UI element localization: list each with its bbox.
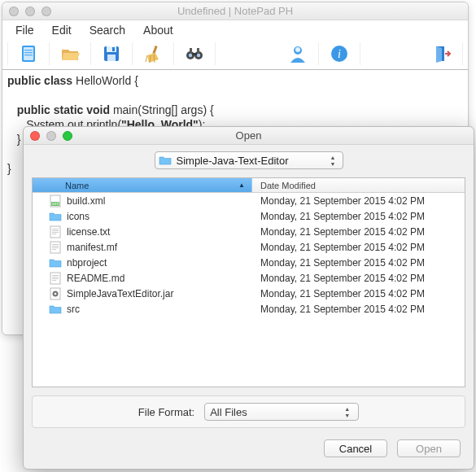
svg-rect-28 xyxy=(52,232,59,233)
svg-rect-32 xyxy=(52,246,59,247)
svg-rect-39 xyxy=(52,280,56,281)
exit-button[interactable] xyxy=(428,42,456,66)
open-file-button[interactable] xyxy=(56,42,84,66)
toolbar-separator xyxy=(360,42,360,65)
close-window-button[interactable] xyxy=(9,7,19,16)
file-name: README.md xyxy=(67,273,124,284)
column-header-name[interactable]: Name ▲ xyxy=(33,178,252,192)
svg-point-18 xyxy=(295,47,300,52)
file-icon xyxy=(49,225,62,238)
svg-rect-27 xyxy=(52,230,59,231)
file-list-header: Name ▲ Date Modified xyxy=(33,178,465,193)
column-header-name-label: Name xyxy=(65,181,89,190)
svg-rect-38 xyxy=(52,278,59,279)
svg-rect-6 xyxy=(107,46,116,52)
file-row[interactable]: iconsMonday, 21 September 2015 4:02 PM xyxy=(33,208,465,224)
svg-rect-9 xyxy=(152,46,157,54)
svg-rect-8 xyxy=(112,47,115,51)
file-date: Monday, 21 September 2015 4:02 PM xyxy=(252,226,465,238)
open-button[interactable]: Open xyxy=(397,439,461,457)
open-folder-icon xyxy=(59,43,81,64)
main-titlebar: Undefined | NotePad PH xyxy=(2,2,468,20)
svg-rect-37 xyxy=(52,277,59,278)
code-line: public static void main(String[] args) { xyxy=(7,103,463,117)
svg-point-13 xyxy=(197,54,200,57)
menu-edit[interactable]: Edit xyxy=(44,22,80,38)
user-button[interactable] xyxy=(284,42,312,66)
file-list[interactable]: xmlbuild.xmlMonday, 21 September 2015 4:… xyxy=(33,193,465,387)
open-button-label: Open xyxy=(416,443,442,455)
column-header-date[interactable]: Date Modified xyxy=(252,178,465,192)
file-row[interactable]: manifest.mfMonday, 21 September 2015 4:0… xyxy=(33,239,465,255)
file-name: icons xyxy=(67,211,90,222)
location-select[interactable]: Simple-Java-Text-Editor ▲▼ xyxy=(155,151,343,169)
file-row[interactable]: README.mdMonday, 21 September 2015 4:02 … xyxy=(33,270,465,286)
svg-point-12 xyxy=(189,54,192,57)
clear-button[interactable] xyxy=(139,42,167,66)
menu-search[interactable]: Search xyxy=(81,22,133,38)
svg-text:xml: xml xyxy=(52,201,59,206)
folder-icon xyxy=(49,256,62,269)
window-title: Undefined | NotePad PH xyxy=(2,5,468,17)
svg-rect-34 xyxy=(52,249,56,250)
zoom-window-button[interactable] xyxy=(41,7,51,16)
find-button[interactable] xyxy=(181,42,208,66)
info-icon: i xyxy=(329,43,350,64)
menu-file[interactable]: File xyxy=(7,22,42,38)
svg-rect-14 xyxy=(190,48,192,53)
file-row[interactable]: nbprojectMonday, 21 September 2015 4:02 … xyxy=(33,255,465,270)
new-file-button[interactable] xyxy=(15,42,42,66)
svg-text:i: i xyxy=(338,48,341,60)
dialog-bottom: File Format: All Files ▲▼ Cancel Open xyxy=(24,387,474,469)
file-row[interactable]: srcMonday, 21 September 2015 4:02 PM xyxy=(33,301,465,317)
file-format-select[interactable]: All Files ▲▼ xyxy=(204,403,359,421)
toolbar-separator xyxy=(462,42,463,65)
svg-rect-29 xyxy=(52,234,56,234)
user-icon xyxy=(287,43,308,64)
file-icon xyxy=(49,287,62,300)
dialog-titlebar: Open xyxy=(24,127,474,145)
file-date: Monday, 21 September 2015 4:02 PM xyxy=(252,288,465,299)
menu-about[interactable]: About xyxy=(135,22,181,38)
binoculars-icon xyxy=(184,43,205,64)
file-row[interactable]: license.txtMonday, 21 September 2015 4:0… xyxy=(33,224,465,239)
exit-door-icon xyxy=(431,43,452,64)
toolbar-separator xyxy=(173,42,174,65)
file-date: Monday, 21 September 2015 4:02 PM xyxy=(252,257,465,269)
file-icon: xml xyxy=(49,194,62,208)
file-name: src xyxy=(67,304,80,315)
stepper-icon: ▲▼ xyxy=(341,406,353,418)
file-name: manifest.mf xyxy=(67,242,117,253)
new-file-icon xyxy=(18,43,39,64)
file-date: Monday, 21 September 2015 4:02 PM xyxy=(252,304,465,315)
toolbar-separator xyxy=(132,42,133,65)
svg-point-42 xyxy=(55,292,57,295)
file-format-box: File Format: All Files ▲▼ xyxy=(32,396,465,428)
cancel-button[interactable]: Cancel xyxy=(324,439,387,457)
toolbar: i xyxy=(2,40,468,70)
dialog-buttons: Cancel Open xyxy=(32,439,465,465)
svg-rect-26 xyxy=(52,229,59,229)
svg-rect-33 xyxy=(52,247,59,248)
svg-rect-15 xyxy=(197,48,199,53)
save-button[interactable] xyxy=(98,42,125,66)
open-dialog: Open Simple-Java-Text-Editor ▲▼ Name ▲ D… xyxy=(23,126,474,470)
file-date: Monday, 21 September 2015 4:02 PM xyxy=(252,273,465,284)
broom-icon xyxy=(142,43,164,64)
info-button[interactable]: i xyxy=(325,42,353,66)
file-date: Monday, 21 September 2015 4:02 PM xyxy=(252,242,465,253)
save-icon xyxy=(101,43,122,64)
code-line: public class HelloWorld { xyxy=(7,73,463,88)
file-row[interactable]: xmlbuild.xmlMonday, 21 September 2015 4:… xyxy=(33,193,465,208)
file-row[interactable]: SimpleJavaTextEditor.jarMonday, 21 Septe… xyxy=(33,286,465,301)
menubar: File Edit Search About xyxy=(2,20,468,40)
file-browser: Name ▲ Date Modified xmlbuild.xmlMonday,… xyxy=(32,177,465,387)
toolbar-separator xyxy=(318,42,319,65)
file-date: Monday, 21 September 2015 4:02 PM xyxy=(252,195,465,207)
folder-icon xyxy=(49,303,62,316)
file-name: nbproject xyxy=(67,257,107,269)
minimize-window-button[interactable] xyxy=(25,7,35,16)
file-name: SimpleJavaTextEditor.jar xyxy=(67,288,173,299)
file-icon xyxy=(49,241,62,254)
folder-icon xyxy=(49,210,62,223)
